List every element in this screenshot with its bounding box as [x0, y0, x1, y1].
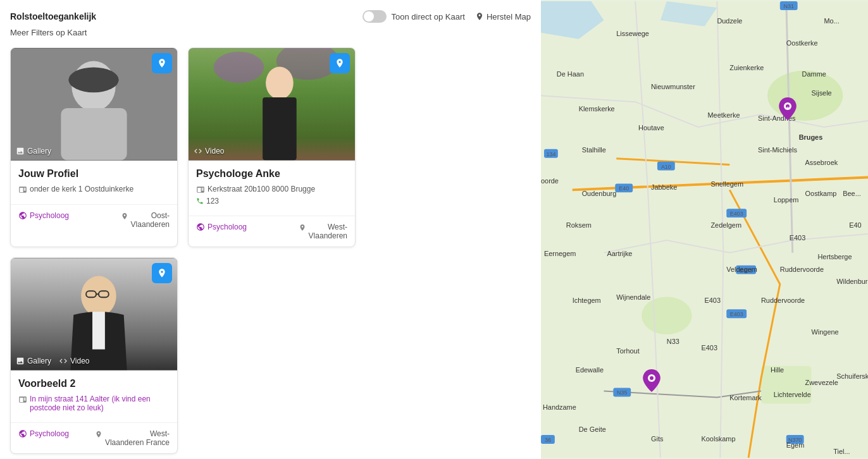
pin-icon-3	[95, 431, 102, 438]
cards-grid: Gallery Jouw Profiel onder de kerk 1 Oos…	[10, 47, 531, 454]
svg-text:Sint-Michiels: Sint-Michiels	[758, 146, 797, 154]
card-location-3: West-Vlaanderen France	[95, 429, 170, 447]
svg-text:E40: E40	[849, 221, 861, 229]
svg-text:Oudenburg: Oudenburg	[582, 190, 617, 197]
svg-text:Ichtegem: Ichtegem	[573, 297, 601, 304]
type-label-2: Psycholoog	[208, 223, 247, 231]
svg-text:Jabbeke: Jabbeke	[651, 183, 677, 191]
card-address-2: Kerkstraat 20b100 8000 Brugge	[196, 185, 347, 194]
svg-text:Gits: Gits	[651, 435, 664, 443]
svg-text:Edewalle: Edewalle	[576, 366, 604, 374]
card-image-3: Gallery Video	[11, 258, 177, 370]
svg-text:E403: E403	[705, 297, 721, 304]
pin-icon-2	[299, 224, 306, 231]
globe-icon-1	[18, 211, 27, 220]
map-pin-button-3[interactable]	[152, 263, 172, 283]
gallery-label-3: Gallery	[16, 357, 51, 365]
profile-card-3[interactable]: Gallery Video Voorbeeld 2 In mijn straat…	[10, 257, 178, 454]
card-type-2: Psycholoog	[196, 223, 247, 231]
phone-icon-2	[196, 197, 204, 205]
svg-point-98	[650, 376, 654, 380]
svg-text:De Haan: De Haan	[557, 70, 584, 78]
filter-bar: Rolstoeltoegankelijk Toon direct op Kaar…	[10, 10, 531, 23]
card-media-labels-1: Gallery	[16, 147, 172, 156]
svg-text:Veldegem: Veldegem	[726, 266, 757, 273]
card-body-1: Jouw Profiel onder de kerk 1 Oostduinker…	[11, 161, 177, 204]
reset-map-text: Herstel Map	[487, 12, 531, 21]
svg-text:Bruges: Bruges	[799, 133, 823, 141]
svg-text:36: 36	[545, 437, 551, 443]
svg-point-17	[642, 297, 692, 334]
card-body-2: Psychologe Anke Kerkstraat 20b100 8000 B…	[189, 161, 355, 216]
svg-text:Klemskerke: Klemskerke	[579, 105, 615, 113]
profile-card-2[interactable]: Video Psychologe Anke Kerkstraat 20b100 …	[188, 47, 356, 247]
svg-text:N35: N35	[617, 389, 627, 396]
svg-text:N31: N31	[784, 3, 794, 9]
svg-text:A10: A10	[661, 164, 671, 170]
svg-text:Roksem: Roksem	[566, 221, 592, 229]
reset-map-button[interactable]: Herstel Map	[475, 12, 531, 21]
svg-text:Lichtervelde: Lichtervelde	[774, 391, 811, 398]
map-marker-2[interactable]	[642, 369, 661, 392]
svg-text:Dudzele: Dudzele	[717, 17, 742, 25]
pin-icon-1	[121, 212, 128, 220]
svg-text:oorde: oorde	[541, 177, 559, 185]
svg-text:Bee...: Bee...	[843, 190, 861, 197]
left-panel: Rolstoeltoegankelijk Toon direct op Kaar…	[0, 0, 541, 459]
map-pin-button-1[interactable]	[152, 53, 172, 73]
card-footer-2: Psycholoog West-Vlaanderen	[189, 216, 355, 247]
svg-text:Hille: Hille	[771, 366, 784, 374]
svg-text:Oostkamp: Oostkamp	[805, 190, 837, 197]
svg-point-3	[68, 67, 118, 92]
svg-text:Hertsberge: Hertsberge	[817, 253, 852, 260]
map-toggle[interactable]	[363, 10, 387, 23]
svg-text:Houtave: Houtave	[638, 124, 664, 132]
svg-text:Wingene: Wingene	[812, 328, 839, 336]
svg-text:Torhout: Torhout	[616, 347, 639, 355]
svg-text:Nieuwmunster: Nieuwmunster	[651, 83, 695, 90]
address-icon-3	[18, 395, 27, 404]
svg-text:Ruddervoorde: Ruddervoorde	[780, 266, 824, 273]
card-footer-3: Psycholoog West-Vlaanderen France	[11, 422, 177, 453]
card-type-3: Psycholoog	[18, 429, 69, 438]
svg-text:Mo...: Mo...	[824, 17, 839, 25]
svg-text:Damme: Damme	[802, 70, 826, 78]
toggle-label[interactable]: Toon direct op Kaart	[363, 10, 465, 23]
type-label-1: Psycholoog	[30, 211, 69, 220]
card-location-2: West-Vlaanderen	[299, 223, 347, 240]
svg-text:Loppem: Loppem	[774, 196, 798, 204]
svg-text:Handzame: Handzame	[543, 403, 576, 411]
card-address-3: In mijn straat 141 Aalter (ik vind een p…	[18, 395, 170, 412]
svg-text:E403: E403	[730, 311, 743, 317]
card-name-2: Psychologe Anke	[196, 168, 347, 180]
svg-text:Lissewege: Lissewege	[616, 30, 649, 37]
svg-rect-15	[541, 1, 868, 458]
more-filters-link[interactable]: Meer Filters op Kaart	[10, 28, 531, 37]
map-marker-1[interactable]: +	[778, 97, 797, 120]
svg-text:E403: E403	[730, 211, 743, 217]
svg-point-5	[214, 52, 264, 83]
toggle-text: Toon direct op Kaart	[392, 12, 465, 21]
profile-card-1[interactable]: Gallery Jouw Profiel onder de kerk 1 Oos…	[10, 47, 178, 247]
card-name-3: Voorbeeld 2	[18, 378, 170, 389]
address-icon-1	[18, 185, 27, 194]
svg-text:Meetkerke: Meetkerke	[707, 111, 740, 119]
filter-title: Rolstoeltoegankelijk	[10, 11, 96, 21]
map-panel[interactable]: E40 E403 E403 E403 N31 N35 N370 36 134 A…	[541, 0, 868, 459]
svg-text:Zuienkerke: Zuienkerke	[729, 64, 764, 71]
card-phone-2: 123	[196, 197, 347, 205]
card-image-2: Video	[189, 48, 355, 161]
svg-text:E403: E403	[702, 344, 718, 352]
svg-text:Kortemark: Kortemark	[729, 394, 762, 401]
svg-text:Snellegem: Snellegem	[710, 180, 743, 188]
card-media-labels-3: Gallery Video	[16, 357, 172, 365]
svg-text:Oostkerke: Oostkerke	[786, 39, 818, 47]
location-icon	[475, 12, 484, 21]
svg-text:Assebroek: Assebroek	[805, 159, 838, 166]
card-footer-1: Psycholoog Oost-Vlaanderen	[11, 204, 177, 235]
svg-text:Wildenburg: Wildenburg	[836, 278, 868, 285]
map-pin-button-2[interactable]	[330, 53, 350, 73]
svg-text:E40: E40	[619, 185, 629, 192]
svg-text:Tiel...: Tiel...	[833, 448, 850, 455]
map-svg: E40 E403 E403 E403 N31 N35 N370 36 134 A…	[541, 0, 868, 459]
